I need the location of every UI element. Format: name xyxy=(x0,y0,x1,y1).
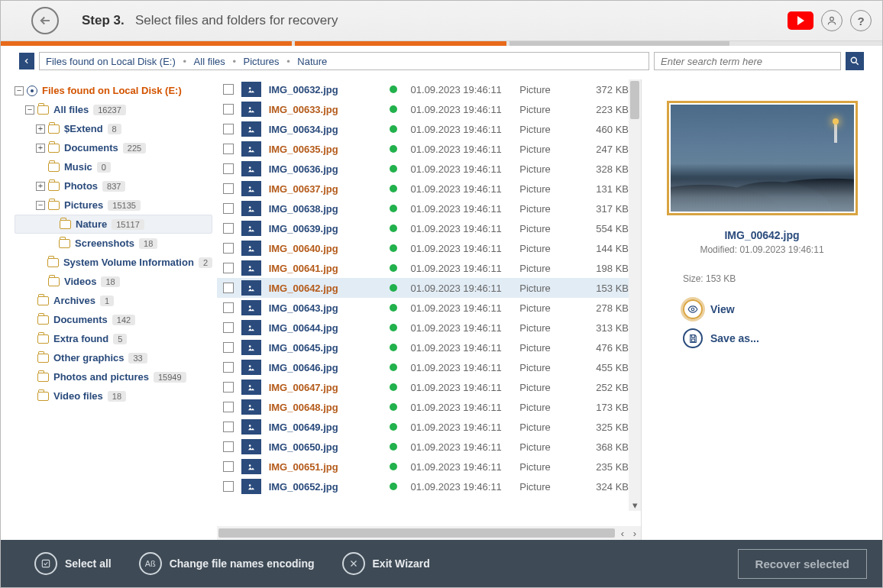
tree-nature[interactable]: Nature 15117 xyxy=(15,215,212,234)
tree-screenshots[interactable]: Screenshots 18 xyxy=(15,234,212,253)
svg-point-15 xyxy=(249,345,251,347)
table-row[interactable]: IMG_00643.jpg01.09.2023 19:46:11Picture2… xyxy=(217,298,629,318)
file-size: 313 KB xyxy=(579,322,629,334)
row-checkbox[interactable] xyxy=(223,84,234,95)
breadcrumb-part[interactable]: Pictures xyxy=(244,56,280,67)
help-icon[interactable]: ? xyxy=(850,10,872,31)
table-row[interactable]: IMG_00641.jpg01.09.2023 19:46:11Picture1… xyxy=(217,258,629,278)
tree-allfiles[interactable]: − All files 16237 xyxy=(15,100,212,119)
table-row[interactable]: IMG_00640.jpg01.09.2023 19:46:11Picture1… xyxy=(217,238,629,258)
row-checkbox[interactable] xyxy=(223,183,234,194)
row-checkbox[interactable] xyxy=(223,402,234,412)
row-checkbox[interactable] xyxy=(223,382,234,393)
table-row[interactable]: IMG_00638.jpg01.09.2023 19:46:11Picture3… xyxy=(217,199,629,218)
status-dot xyxy=(390,264,397,272)
row-checkbox[interactable] xyxy=(223,422,234,432)
row-checkbox[interactable] xyxy=(223,243,234,254)
table-row[interactable]: IMG_00637.jpg01.09.2023 19:46:11Picture1… xyxy=(217,179,629,199)
search-button[interactable] xyxy=(846,52,864,70)
row-checkbox[interactable] xyxy=(223,441,234,452)
select-all-button[interactable]: Select all xyxy=(34,552,112,575)
row-checkbox[interactable] xyxy=(223,223,234,234)
account-icon[interactable] xyxy=(821,10,843,31)
tree-photos-pictures[interactable]: Photos and pictures 15949 xyxy=(15,367,212,386)
svg-point-12 xyxy=(249,286,251,288)
table-row[interactable]: IMG_00647.jpg01.09.2023 19:46:11Picture2… xyxy=(217,377,629,397)
change-encoding-button[interactable]: Aß Change file names encoding xyxy=(139,552,315,575)
tree-videos[interactable]: Videos 18 xyxy=(15,272,212,291)
row-checkbox[interactable] xyxy=(223,481,234,492)
file-date: 01.09.2023 19:46:11 xyxy=(411,203,520,215)
file-date: 01.09.2023 19:46:11 xyxy=(411,144,520,155)
file-size: 328 KB xyxy=(579,163,629,175)
scrollbar-thumb[interactable] xyxy=(218,528,615,538)
save-as-button[interactable]: Save as... xyxy=(683,328,759,348)
table-row[interactable]: IMG_00649.jpg01.09.2023 19:46:11Picture3… xyxy=(217,417,629,437)
picture-icon xyxy=(241,459,261,474)
row-checkbox[interactable] xyxy=(223,283,234,293)
table-row[interactable]: IMG_00651.jpg01.09.2023 19:46:11Picture2… xyxy=(217,457,629,477)
tree-extend[interactable]: + $Extend 8 xyxy=(15,119,212,138)
table-row[interactable]: IMG_00632.jpg01.09.2023 19:46:11Picture3… xyxy=(217,79,629,99)
scroll-down-icon[interactable]: ▾ xyxy=(629,499,641,511)
file-date: 01.09.2023 19:46:11 xyxy=(411,362,520,373)
table-row[interactable]: IMG_00634.jpg01.09.2023 19:46:11Picture4… xyxy=(217,119,629,139)
view-button[interactable]: View xyxy=(683,299,735,319)
tree-documents-cat[interactable]: Documents 142 xyxy=(15,310,212,329)
table-row[interactable]: IMG_00650.jpg01.09.2023 19:46:11Picture3… xyxy=(217,437,629,457)
table-row[interactable]: IMG_00645.jpg01.09.2023 19:46:11Picture4… xyxy=(217,338,629,357)
row-checkbox[interactable] xyxy=(223,342,234,353)
breadcrumb-back-button[interactable] xyxy=(19,53,34,69)
row-checkbox[interactable] xyxy=(223,104,234,115)
tree-photos[interactable]: + Photos 837 xyxy=(15,176,212,195)
tree-other-graphics[interactable]: Other graphics 33 xyxy=(15,348,212,367)
horizontal-scrollbar[interactable]: ‹ › xyxy=(217,526,641,540)
file-size: 278 KB xyxy=(579,302,629,314)
vertical-scrollbar[interactable]: ▾ xyxy=(629,79,641,511)
row-checkbox[interactable] xyxy=(223,263,234,273)
table-row[interactable]: IMG_00652.jpg01.09.2023 19:46:11Picture3… xyxy=(217,477,629,496)
breadcrumb-part[interactable]: Files found on Local Disk (E:) xyxy=(46,56,176,67)
tree-documents[interactable]: + Documents 225 xyxy=(15,138,212,157)
tree-video-files[interactable]: Video files 18 xyxy=(15,386,212,405)
tree-svi[interactable]: System Volume Information 2 xyxy=(15,253,212,272)
row-checkbox[interactable] xyxy=(223,203,234,214)
scroll-right-icon[interactable]: › xyxy=(629,527,641,539)
youtube-icon[interactable] xyxy=(788,11,813,30)
row-checkbox[interactable] xyxy=(223,362,234,373)
row-checkbox[interactable] xyxy=(223,461,234,472)
table-row[interactable]: IMG_00642.jpg01.09.2023 19:46:11Picture1… xyxy=(217,278,629,298)
svg-point-7 xyxy=(249,186,251,189)
svg-point-22 xyxy=(249,484,251,486)
page-title: Step 3. Select files and folders for rec… xyxy=(82,13,338,28)
tree-archives[interactable]: Archives 1 xyxy=(15,291,212,310)
scroll-left-icon[interactable]: ‹ xyxy=(616,527,629,539)
back-button[interactable] xyxy=(31,7,59,34)
row-checkbox[interactable] xyxy=(223,322,234,333)
table-row[interactable]: IMG_00635.jpg01.09.2023 19:46:11Picture2… xyxy=(217,139,629,159)
breadcrumb[interactable]: Files found on Local Disk (E:) • All fil… xyxy=(39,52,649,70)
file-type: Picture xyxy=(519,382,578,393)
table-row[interactable]: IMG_00636.jpg01.09.2023 19:46:11Picture3… xyxy=(217,159,629,179)
tree-extra-found[interactable]: Extra found 5 xyxy=(15,329,212,348)
row-checkbox[interactable] xyxy=(223,302,234,313)
table-row[interactable]: IMG_00644.jpg01.09.2023 19:46:11Picture3… xyxy=(217,318,629,338)
tree-root[interactable]: − Files found on Local Disk (E:) xyxy=(15,81,212,100)
tree-music[interactable]: Music 0 xyxy=(15,157,212,176)
scrollbar-thumb[interactable] xyxy=(630,81,639,119)
recover-selected-button[interactable]: Recover selected xyxy=(738,549,867,579)
row-checkbox[interactable] xyxy=(223,124,234,134)
svg-point-9 xyxy=(249,226,251,228)
table-row[interactable]: IMG_00639.jpg01.09.2023 19:46:11Picture5… xyxy=(217,218,629,238)
file-name: IMG_00637.jpg xyxy=(269,183,376,195)
breadcrumb-part[interactable]: Nature xyxy=(297,56,327,67)
row-checkbox[interactable] xyxy=(223,144,234,154)
table-row[interactable]: IMG_00633.jpg01.09.2023 19:46:11Picture2… xyxy=(217,99,629,119)
tree-pictures[interactable]: − Pictures 15135 xyxy=(15,195,212,215)
breadcrumb-part[interactable]: All files xyxy=(194,56,225,67)
exit-wizard-button[interactable]: Exit Wizard xyxy=(342,552,430,575)
row-checkbox[interactable] xyxy=(223,163,234,174)
table-row[interactable]: IMG_00648.jpg01.09.2023 19:46:11Picture1… xyxy=(217,397,629,417)
table-row[interactable]: IMG_00646.jpg01.09.2023 19:46:11Picture4… xyxy=(217,357,629,377)
search-input[interactable] xyxy=(654,52,841,70)
